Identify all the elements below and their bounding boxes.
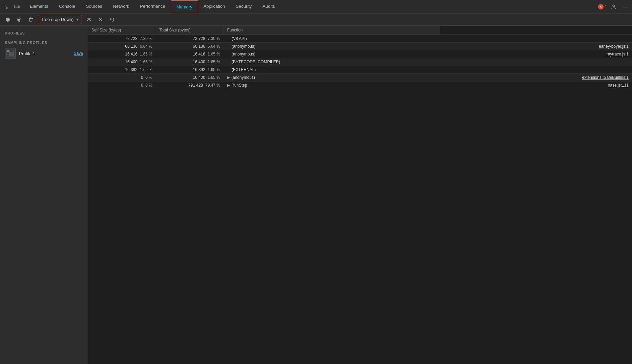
- svg-marker-12: [110, 19, 112, 20]
- content-area: Self Size (bytes) Total Size (bytes) Fun…: [88, 26, 632, 364]
- cell-self-pct: 6.64 %: [140, 44, 152, 49]
- cell-total-size: 16 400 1.65 %: [156, 58, 224, 66]
- svg-rect-18: [9, 52, 13, 54]
- cell-self-size: 66 136 6.64 %: [88, 43, 156, 50]
- expand-arrow-icon[interactable]: ▶: [227, 83, 230, 88]
- cell-total-pct: 1.65 %: [208, 52, 220, 56]
- nav-right-controls: ✕ 1 ⋯: [598, 2, 630, 12]
- close-icon[interactable]: [96, 15, 105, 24]
- col-header-self-size[interactable]: Self Size (bytes): [88, 26, 156, 35]
- cell-function: (anonymous): [224, 43, 440, 50]
- save-profile-link[interactable]: Save: [74, 51, 83, 56]
- nav-tabs: Elements Console Sources Network Perform…: [24, 0, 280, 13]
- table-row[interactable]: 16 400 1.65 % 16 400 1.65 % (BYTECODE_CO…: [88, 58, 632, 66]
- error-count: 1: [605, 4, 607, 9]
- cell-self-pct: 1.65 %: [140, 52, 152, 56]
- svg-rect-5: [18, 19, 20, 21]
- tab-memory[interactable]: Memory: [171, 0, 198, 13]
- function-name: (V8 API): [232, 36, 247, 41]
- error-badge[interactable]: ✕ 1: [598, 4, 607, 9]
- table-header-row: Self Size (bytes) Total Size (bytes) Fun…: [88, 26, 632, 35]
- cell-total-pct: 1.65 %: [208, 75, 220, 80]
- function-name: (anonymous): [231, 75, 255, 80]
- table-row[interactable]: 0 0 % 791 428 79.47 % ▶RunStep base.js:1…: [88, 82, 632, 89]
- cell-self-size: 0 0 %: [88, 82, 156, 89]
- file-link[interactable]: raytrace.js:1: [440, 50, 632, 58]
- cell-total-size: 791 428 79.47 %: [156, 82, 224, 89]
- cell-function: (EXTERNAL): [224, 66, 440, 74]
- error-dot: ✕: [598, 4, 604, 9]
- top-nav-bar: Elements Console Sources Network Perform…: [0, 0, 632, 14]
- tab-network[interactable]: Network: [108, 0, 135, 14]
- cell-self-pct: 0 %: [145, 75, 152, 80]
- cell-self-pct: 0 %: [145, 83, 152, 88]
- user-icon[interactable]: [609, 2, 618, 12]
- chevron-down-icon: ▼: [76, 18, 79, 21]
- cell-total-size: 72 728 7.30 %: [156, 35, 224, 43]
- tab-sources[interactable]: Sources: [81, 0, 108, 14]
- cell-self-size: 72 728 7.30 %: [88, 35, 156, 43]
- file-empty: [440, 66, 632, 74]
- cell-self-size: 0 0 %: [88, 74, 156, 82]
- cell-total-size: 16 416 1.65 %: [156, 50, 224, 58]
- tab-console[interactable]: Console: [54, 0, 81, 14]
- profile-table: Self Size (bytes) Total Size (bytes) Fun…: [88, 26, 632, 89]
- tab-performance[interactable]: Performance: [134, 0, 170, 14]
- nav-icon-group: [2, 2, 22, 12]
- cell-total-pct: 79.47 %: [205, 83, 220, 88]
- profile1-item[interactable]: Profile 1 Save: [0, 46, 88, 61]
- cell-total-pct: 1.65 %: [208, 67, 220, 72]
- file-link[interactable]: extensions::SafeBuiltins:1: [440, 74, 632, 82]
- cell-function: ▶RunStep: [224, 82, 440, 89]
- dropdown-label: Tree (Top Down): [41, 17, 73, 22]
- function-name: (EXTERNAL): [232, 67, 256, 72]
- delete-button[interactable]: [26, 15, 35, 24]
- svg-rect-0: [15, 5, 18, 8]
- refresh-icon[interactable]: [108, 15, 117, 24]
- cell-function: ▶(anonymous): [224, 74, 440, 82]
- table-row[interactable]: 72 728 7.30 % 72 728 7.30 % (V8 API): [88, 35, 632, 43]
- function-name: RunStep: [231, 83, 247, 88]
- more-options-icon[interactable]: ⋯: [620, 2, 630, 12]
- tab-application[interactable]: Application: [198, 0, 231, 14]
- file-empty: [440, 35, 632, 43]
- cell-function: (V8 API): [224, 35, 440, 43]
- cell-total-size: 66 136 6.64 %: [156, 43, 224, 50]
- cursor-icon[interactable]: [2, 2, 12, 12]
- main-layout: Profiles SAMPLING PROFILES Profile 1: [0, 26, 632, 364]
- cell-total-size: 16 392 1.65 %: [156, 66, 224, 74]
- tab-audits[interactable]: Audits: [257, 0, 280, 14]
- cell-self-pct: 1.65 %: [140, 60, 152, 64]
- cell-self-pct: 7.30 %: [140, 36, 152, 41]
- table-row[interactable]: 16 392 1.65 % 16 392 1.65 % (EXTERNAL): [88, 66, 632, 74]
- sampling-profiles-heading: SAMPLING PROFILES: [0, 39, 88, 46]
- cell-self-pct: 1.65 %: [140, 67, 152, 72]
- svg-point-3: [6, 18, 10, 22]
- table-row[interactable]: 0 0 % 16 400 1.65 % ▶(anonymous) extensi…: [88, 74, 632, 82]
- col-header-total-size[interactable]: Total Size (bytes): [156, 26, 224, 35]
- svg-rect-7: [30, 18, 31, 18]
- tab-security[interactable]: Security: [230, 0, 257, 14]
- cell-total-pct: 7.30 %: [208, 36, 220, 41]
- cell-self-size: 16 400 1.65 %: [88, 58, 156, 66]
- file-link[interactable]: base.js:111: [440, 82, 632, 89]
- record-button[interactable]: [3, 15, 12, 24]
- table-row[interactable]: 66 136 6.64 % 66 136 6.64 % (anonymous) …: [88, 43, 632, 50]
- profile1-name: Profile 1: [19, 51, 70, 56]
- memory-toolbar: Tree (Top Down) ▼: [0, 14, 632, 26]
- device-toggle-icon[interactable]: [12, 2, 22, 12]
- view-mode-dropdown[interactable]: Tree (Top Down) ▼: [38, 15, 82, 24]
- eye-icon[interactable]: [85, 15, 93, 24]
- function-name: (anonymous): [232, 44, 255, 49]
- svg-point-2: [613, 5, 615, 7]
- expand-arrow-icon[interactable]: ▶: [227, 75, 230, 80]
- cell-self-size: 16 392 1.65 %: [88, 66, 156, 74]
- file-link[interactable]: earley-boyer.js:1: [440, 43, 632, 50]
- cell-self-size: 16 416 1.65 %: [88, 50, 156, 58]
- function-name: (anonymous): [232, 52, 255, 56]
- table-row[interactable]: 16 416 1.65 % 16 416 1.65 % (anonymous) …: [88, 50, 632, 58]
- tab-elements[interactable]: Elements: [24, 0, 54, 14]
- stop-button[interactable]: [15, 15, 24, 24]
- col-header-function[interactable]: Function: [224, 26, 440, 35]
- sidebar: Profiles SAMPLING PROFILES Profile 1: [0, 26, 88, 364]
